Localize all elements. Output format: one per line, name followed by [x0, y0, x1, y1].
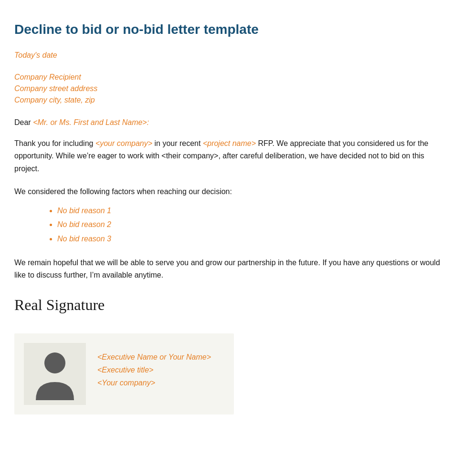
project-name-placeholder: <project name>	[203, 139, 256, 147]
contact-info: <Executive Name or Your Name> <Executive…	[97, 343, 211, 390]
salutation-prefix: Dear	[14, 118, 33, 126]
signature-area: Real Signature	[14, 296, 449, 314]
avatar-icon	[31, 348, 79, 400]
avatar	[24, 343, 86, 405]
salutation-placeholder: <Mr. or Ms. First and Last Name>:	[33, 118, 149, 126]
executive-name: <Executive Name or Your Name>	[97, 351, 211, 363]
contact-card: <Executive Name or Your Name> <Executive…	[14, 333, 234, 414]
street-address: Company street address	[14, 83, 449, 94]
opening-paragraph: Thank you for including <your company> i…	[14, 137, 449, 175]
closing-paragraph: We remain hopeful that we will be able t…	[14, 257, 449, 282]
paragraph1-before1: Thank you for including	[14, 139, 95, 147]
list-item: No bid reason 2	[57, 218, 449, 231]
paragraph1-between: in your recent	[152, 139, 203, 147]
executive-title: <Executive title>	[97, 363, 211, 376]
svg-point-0	[44, 352, 65, 373]
reasons-list: No bid reason 1 No bid reason 2 No bid r…	[14, 205, 449, 245]
address-block: Company Recipient Company street address…	[14, 72, 449, 106]
signature: Real Signature	[14, 296, 105, 313]
page-title: Decline to bid or no-bid letter template	[14, 19, 449, 41]
your-company-placeholder: <your company>	[95, 139, 152, 147]
list-item: No bid reason 1	[57, 205, 449, 217]
recipient-name: Company Recipient	[14, 72, 449, 83]
page: Decline to bid or no-bid letter template…	[0, 0, 463, 476]
factors-intro: We considered the following factors when…	[14, 186, 449, 198]
date-field: Today's date	[14, 49, 449, 62]
list-item: No bid reason 3	[57, 233, 449, 245]
your-company: <Your company>	[97, 376, 211, 389]
salutation: Dear <Mr. or Ms. First and Last Name>:	[14, 116, 449, 129]
city-state-zip: Company city, state, zip	[14, 94, 449, 106]
